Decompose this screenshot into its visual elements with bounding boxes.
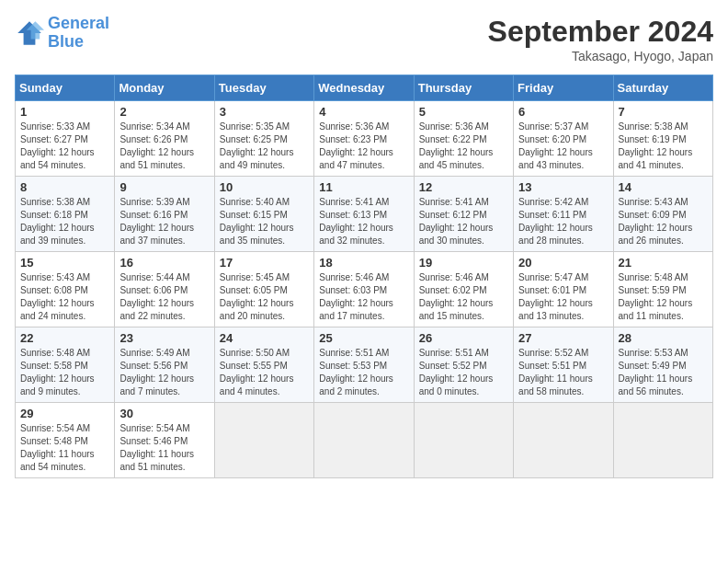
day-info: Sunrise: 5:39 AMSunset: 6:16 PMDaylight:… — [119, 197, 194, 246]
day-info: Sunrise: 5:37 AMSunset: 6:20 PMDaylight:… — [518, 121, 593, 170]
calendar-cell: 30Sunrise: 5:54 AMSunset: 5:46 PMDayligh… — [115, 403, 214, 478]
calendar-cell: 5Sunrise: 5:36 AMSunset: 6:22 PMDaylight… — [414, 101, 513, 177]
calendar-cell: 12Sunrise: 5:41 AMSunset: 6:12 PMDayligh… — [414, 177, 513, 252]
day-info: Sunrise: 5:42 AMSunset: 6:11 PMDaylight:… — [518, 197, 593, 246]
day-number: 4 — [319, 105, 408, 119]
day-info: Sunrise: 5:38 AMSunset: 6:18 PMDaylight:… — [20, 197, 95, 246]
header-thursday: Thursday — [414, 75, 513, 101]
calendar-cell: 10Sunrise: 5:40 AMSunset: 6:15 PMDayligh… — [214, 177, 313, 252]
day-number: 29 — [20, 407, 109, 420]
calendar-cell: 14Sunrise: 5:43 AMSunset: 6:09 PMDayligh… — [613, 177, 712, 252]
day-number: 19 — [419, 256, 508, 270]
month-title: September 2024 — [488, 15, 713, 49]
day-number: 21 — [619, 256, 708, 270]
calendar-cell: 20Sunrise: 5:47 AMSunset: 6:01 PMDayligh… — [514, 252, 613, 327]
day-info: Sunrise: 5:52 AMSunset: 5:51 PMDaylight:… — [518, 348, 593, 396]
day-number: 16 — [119, 256, 209, 270]
calendar-cell: 27Sunrise: 5:52 AMSunset: 5:51 PMDayligh… — [514, 327, 613, 403]
calendar-cell: 15Sunrise: 5:43 AMSunset: 6:08 PMDayligh… — [16, 252, 115, 327]
day-info: Sunrise: 5:53 AMSunset: 5:49 PMDaylight:… — [619, 348, 693, 396]
header-wednesday: Wednesday — [314, 75, 414, 101]
calendar-cell: 28Sunrise: 5:53 AMSunset: 5:49 PMDayligh… — [613, 327, 712, 403]
header-saturday: Saturday — [613, 75, 712, 101]
location: Takasago, Hyogo, Japan — [488, 49, 713, 63]
day-info: Sunrise: 5:54 AMSunset: 5:46 PMDaylight:… — [119, 423, 194, 472]
day-number: 9 — [119, 180, 209, 194]
day-number: 17 — [220, 256, 309, 270]
day-info: Sunrise: 5:43 AMSunset: 6:09 PMDaylight:… — [619, 197, 693, 246]
calendar-cell: 25Sunrise: 5:51 AMSunset: 5:53 PMDayligh… — [314, 327, 414, 403]
day-info: Sunrise: 5:46 AMSunset: 6:03 PMDaylight:… — [319, 272, 393, 321]
calendar-week-2: 8Sunrise: 5:38 AMSunset: 6:18 PMDaylight… — [16, 177, 713, 252]
calendar-cell: 6Sunrise: 5:37 AMSunset: 6:20 PMDaylight… — [514, 101, 613, 177]
day-number: 25 — [319, 331, 408, 345]
day-info: Sunrise: 5:41 AMSunset: 6:13 PMDaylight:… — [319, 197, 393, 246]
day-number: 20 — [518, 256, 608, 270]
calendar-cell: 11Sunrise: 5:41 AMSunset: 6:13 PMDayligh… — [314, 177, 414, 252]
day-info: Sunrise: 5:48 AMSunset: 5:58 PMDaylight:… — [20, 348, 95, 396]
day-number: 30 — [119, 407, 209, 420]
calendar-cell — [214, 403, 313, 478]
calendar-week-4: 22Sunrise: 5:48 AMSunset: 5:58 PMDayligh… — [16, 327, 713, 403]
day-number: 8 — [20, 180, 109, 194]
day-number: 14 — [619, 180, 708, 194]
calendar-cell: 13Sunrise: 5:42 AMSunset: 6:11 PMDayligh… — [514, 177, 613, 252]
day-info: Sunrise: 5:35 AMSunset: 6:25 PMDaylight:… — [220, 121, 294, 170]
calendar-cell — [613, 403, 712, 478]
calendar-week-5: 29Sunrise: 5:54 AMSunset: 5:48 PMDayligh… — [16, 403, 713, 478]
day-number: 13 — [518, 180, 608, 194]
day-number: 2 — [119, 105, 209, 119]
day-number: 12 — [419, 180, 508, 194]
day-info: Sunrise: 5:44 AMSunset: 6:06 PMDaylight:… — [119, 272, 194, 321]
day-info: Sunrise: 5:51 AMSunset: 5:52 PMDaylight:… — [419, 348, 494, 396]
calendar-cell: 29Sunrise: 5:54 AMSunset: 5:48 PMDayligh… — [16, 403, 115, 478]
day-info: Sunrise: 5:51 AMSunset: 5:53 PMDaylight:… — [319, 348, 393, 396]
day-info: Sunrise: 5:48 AMSunset: 5:59 PMDaylight:… — [619, 272, 693, 321]
calendar-cell: 23Sunrise: 5:49 AMSunset: 5:56 PMDayligh… — [115, 327, 214, 403]
calendar-cell — [314, 403, 414, 478]
day-number: 22 — [20, 331, 109, 345]
calendar-table: SundayMondayTuesdayWednesdayThursdayFrid… — [15, 75, 713, 478]
calendar-cell: 17Sunrise: 5:45 AMSunset: 6:05 PMDayligh… — [214, 252, 313, 327]
day-number: 6 — [518, 105, 608, 119]
calendar-cell: 22Sunrise: 5:48 AMSunset: 5:58 PMDayligh… — [16, 327, 115, 403]
header-sunday: Sunday — [16, 75, 115, 101]
calendar-cell: 16Sunrise: 5:44 AMSunset: 6:06 PMDayligh… — [115, 252, 214, 327]
day-info: Sunrise: 5:38 AMSunset: 6:19 PMDaylight:… — [619, 121, 693, 170]
day-number: 10 — [220, 180, 309, 194]
day-info: Sunrise: 5:36 AMSunset: 6:22 PMDaylight:… — [419, 121, 494, 170]
calendar-week-1: 1Sunrise: 5:33 AMSunset: 6:27 PMDaylight… — [16, 101, 713, 177]
calendar-cell: 26Sunrise: 5:51 AMSunset: 5:52 PMDayligh… — [414, 327, 513, 403]
day-info: Sunrise: 5:34 AMSunset: 6:26 PMDaylight:… — [119, 121, 194, 170]
calendar-cell: 3Sunrise: 5:35 AMSunset: 6:25 PMDaylight… — [214, 101, 313, 177]
day-number: 11 — [319, 180, 408, 194]
calendar-cell: 21Sunrise: 5:48 AMSunset: 5:59 PMDayligh… — [613, 252, 712, 327]
calendar-cell: 18Sunrise: 5:46 AMSunset: 6:03 PMDayligh… — [314, 252, 414, 327]
day-number: 28 — [619, 331, 708, 345]
day-info: Sunrise: 5:33 AMSunset: 6:27 PMDaylight:… — [20, 121, 95, 170]
day-info: Sunrise: 5:50 AMSunset: 5:55 PMDaylight:… — [220, 348, 294, 396]
calendar-cell: 8Sunrise: 5:38 AMSunset: 6:18 PMDaylight… — [16, 177, 115, 252]
header-monday: Monday — [115, 75, 214, 101]
title-block: September 2024 Takasago, Hyogo, Japan — [488, 15, 713, 63]
day-info: Sunrise: 5:40 AMSunset: 6:15 PMDaylight:… — [220, 197, 294, 246]
calendar-cell: 19Sunrise: 5:46 AMSunset: 6:02 PMDayligh… — [414, 252, 513, 327]
day-number: 5 — [419, 105, 508, 119]
calendar-header-row: SundayMondayTuesdayWednesdayThursdayFrid… — [16, 75, 713, 101]
day-number: 27 — [518, 331, 608, 345]
day-number: 7 — [619, 105, 708, 119]
calendar-cell: 2Sunrise: 5:34 AMSunset: 6:26 PMDaylight… — [115, 101, 214, 177]
day-info: Sunrise: 5:45 AMSunset: 6:05 PMDaylight:… — [220, 272, 294, 321]
calendar-cell: 1Sunrise: 5:33 AMSunset: 6:27 PMDaylight… — [16, 101, 115, 177]
day-number: 18 — [319, 256, 408, 270]
day-info: Sunrise: 5:49 AMSunset: 5:56 PMDaylight:… — [119, 348, 194, 396]
calendar-cell — [514, 403, 613, 478]
day-number: 23 — [119, 331, 209, 345]
day-number: 15 — [20, 256, 109, 270]
day-number: 1 — [20, 105, 109, 119]
logo: General Blue — [15, 15, 109, 52]
calendar-cell: 9Sunrise: 5:39 AMSunset: 6:16 PMDaylight… — [115, 177, 214, 252]
day-info: Sunrise: 5:46 AMSunset: 6:02 PMDaylight:… — [419, 272, 494, 321]
header-friday: Friday — [514, 75, 613, 101]
calendar-cell: 24Sunrise: 5:50 AMSunset: 5:55 PMDayligh… — [214, 327, 313, 403]
